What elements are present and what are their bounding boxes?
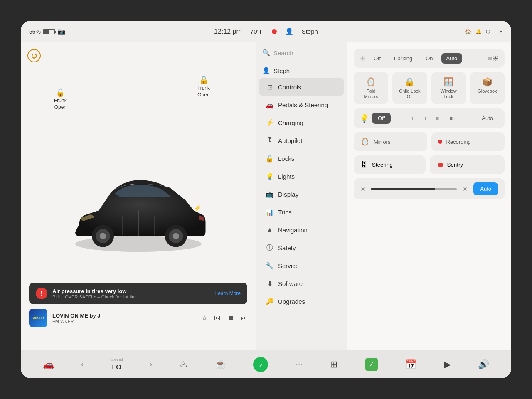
glovebox-btn[interactable]: 📦 Glovebox <box>470 72 505 104</box>
door-controls-section: 🪞 FoldMirrors 🔒 Child LockOff 🪟 WindowLo… <box>354 72 505 104</box>
music-bar: WKFR LOVIN ON ME by J FM WKFR ☆ ⏮ ⏹ ⏭ <box>29 309 247 327</box>
stop-icon[interactable]: ⏹ <box>227 314 234 322</box>
alert-text: Air pressure in tires very low PULL OVER… <box>52 288 210 299</box>
lights-parking-btn[interactable]: Parking <box>389 53 417 64</box>
mirrors-btn[interactable]: 🪞 Mirrors <box>354 132 427 151</box>
steering-label: Steering <box>372 162 393 168</box>
search-icon: 🔍 <box>262 49 270 57</box>
svg-point-9 <box>172 233 179 239</box>
sentry-btn[interactable]: Sentry <box>430 155 505 174</box>
interior-level3-btn[interactable]: III <box>432 113 444 123</box>
menu-label-autopilot: Autopilot <box>278 137 302 144</box>
next-track-icon[interactable]: ⏭ <box>241 314 247 322</box>
taskbar-play[interactable]: ▶ <box>444 359 451 370</box>
lights-on-btn[interactable]: On <box>421 53 438 64</box>
volume-icon: 🔊 <box>478 359 489 370</box>
lights-auto-btn[interactable]: Auto <box>441 53 463 64</box>
brightness-section: ☀ ☀ Auto <box>354 178 505 200</box>
upgrades-icon: 🔑 <box>266 297 274 305</box>
menu-label-controls: Controls <box>278 84 301 91</box>
music-controls[interactable]: ☆ ⏮ ⏹ ⏭ <box>202 314 247 322</box>
taskbar-arrow-right[interactable]: › <box>150 361 152 368</box>
taskbar-spotify[interactable]: ♪ <box>253 357 268 372</box>
menu-item-pedals[interactable]: 🚗 Pedals & Steering <box>259 96 344 113</box>
menu-item-locks[interactable]: 🔒 Locks <box>259 150 344 167</box>
interior-light-icon: 💡 <box>360 114 369 123</box>
recording-indicator <box>438 140 442 144</box>
fold-mirrors-icon: 🪞 <box>366 77 376 87</box>
window-lock-btn[interactable]: 🪟 WindowLock <box>431 72 466 104</box>
menu-item-upgrades[interactable]: 🔑 Upgrades <box>259 293 344 310</box>
menu-label-navigation: Navigation <box>278 227 308 234</box>
menu-item-charging[interactable]: ⚡ Charging <box>259 114 344 131</box>
safety-icon: ⓘ <box>266 244 274 252</box>
prev-track-icon[interactable]: ⏮ <box>214 314 221 322</box>
interior-level1-btn[interactable]: I <box>408 113 417 123</box>
taskbar-climate[interactable]: 🚗 <box>43 359 54 370</box>
climate-icon: 🚗 <box>43 359 54 370</box>
menu-item-trips[interactable]: 📊 Trips <box>259 203 344 221</box>
status-username: Steph <box>302 28 318 35</box>
lights-icon: 💡 <box>266 172 274 180</box>
steering-sentry-section: 🎛 Steering Sentry <box>354 155 505 174</box>
user-profile-icon: 👤 <box>262 67 270 74</box>
brightness-slider[interactable] <box>371 188 457 190</box>
status-time: 12:12 pm <box>214 28 242 35</box>
child-lock-btn[interactable]: 🔒 Child LockOff <box>392 72 427 104</box>
taskbar-temp-display: Manual LO <box>111 358 123 371</box>
exterior-lights-section: ☀ Off Parking On Auto ≡☀ <box>354 49 505 68</box>
taskbar-check[interactable]: ✓ <box>365 358 378 371</box>
menu-label-software: Software <box>278 280 303 287</box>
menu-item-controls[interactable]: ⊡ Controls <box>259 78 344 96</box>
menu-item-software[interactable]: ⬇ Software <box>259 275 344 292</box>
taskbar-volume[interactable]: 🔊 <box>478 359 489 370</box>
main-screen: 56% 📷 12:12 pm 70°F 👤 Steph 🏠 🔔 ⬡ LTE ⏻ <box>21 21 511 378</box>
display-icon: 📺 <box>266 190 274 198</box>
autopilot-icon: 🎛 <box>266 136 274 145</box>
spotify-icon: ♪ <box>259 360 263 369</box>
menu-item-autopilot[interactable]: 🎛 Autopilot <box>259 132 344 149</box>
search-bar[interactable]: 🔍 Search <box>256 46 347 62</box>
check-icon: ✓ <box>369 360 374 368</box>
main-content: ⏻ 🔓 Frunk Open 🔓 Trunk Open <box>21 42 511 350</box>
bluetooth-icon: ⬡ <box>486 29 490 34</box>
interior-lights-section: 💡 Off I II III IIII Auto <box>354 108 505 128</box>
taskbar-more[interactable]: ··· <box>296 359 303 370</box>
search-placeholder: Search <box>273 49 293 57</box>
interior-auto-btn[interactable]: Auto <box>476 113 499 124</box>
controls-panel: ☀ Off Parking On Auto ≡☀ 🪞 FoldMirrors 🔒 <box>347 42 511 350</box>
nav-menu: 🔍 Search 👤 Steph ⊡ Controls 🚗 Pedals & S… <box>256 42 347 350</box>
taskbar-heat-wheel[interactable]: ☕ <box>215 359 226 370</box>
menu-item-navigation[interactable]: ▲ Navigation <box>259 221 344 239</box>
menu-item-display[interactable]: 📺 Display <box>259 185 344 203</box>
steering-icon: 🎛 <box>360 160 368 169</box>
taskbar-arrow-left[interactable]: ‹ <box>81 361 83 368</box>
taskbar-media[interactable]: ⊞ <box>330 359 337 370</box>
menu-item-safety[interactable]: ⓘ Safety <box>259 239 344 256</box>
favorite-icon[interactable]: ☆ <box>202 314 207 322</box>
auto-brightness-btn[interactable]: Auto <box>473 182 498 195</box>
calendar-icon: 📅 <box>405 359 416 370</box>
menu-label-service: Service <box>278 262 299 269</box>
taskbar-heat-seat[interactable]: ♨ <box>180 359 188 370</box>
exterior-extra-icon: ≡☀ <box>488 54 499 63</box>
user-row: 👤 Steph <box>256 64 347 78</box>
menu-item-lights[interactable]: 💡 Lights <box>259 167 344 185</box>
interior-off-btn[interactable]: Off <box>372 113 391 124</box>
interior-level2-btn[interactable]: II <box>419 113 430 123</box>
taskbar-calendar[interactable]: 📅 <box>405 359 416 370</box>
recording-btn[interactable]: Recording <box>431 132 505 151</box>
steering-btn[interactable]: 🎛 Steering <box>354 155 426 174</box>
service-icon: 🔧 <box>266 261 274 270</box>
menu-item-service[interactable]: 🔧 Service <box>259 257 344 274</box>
menu-label-lights: Lights <box>278 173 295 180</box>
brightness-icon-high: ☀ <box>462 185 468 194</box>
mirrors-icon: 🪞 <box>360 137 369 146</box>
lights-off-btn[interactable]: Off <box>369 53 386 64</box>
interior-level4-btn[interactable]: IIII <box>446 113 459 123</box>
alert-learn-more[interactable]: Learn More <box>215 291 241 296</box>
heat-wheel-icon: ☕ <box>215 359 226 370</box>
heat-seat-icon: ♨ <box>180 359 188 370</box>
controls-icon: ⊡ <box>266 83 274 91</box>
fold-mirrors-btn[interactable]: 🪞 FoldMirrors <box>354 72 388 104</box>
